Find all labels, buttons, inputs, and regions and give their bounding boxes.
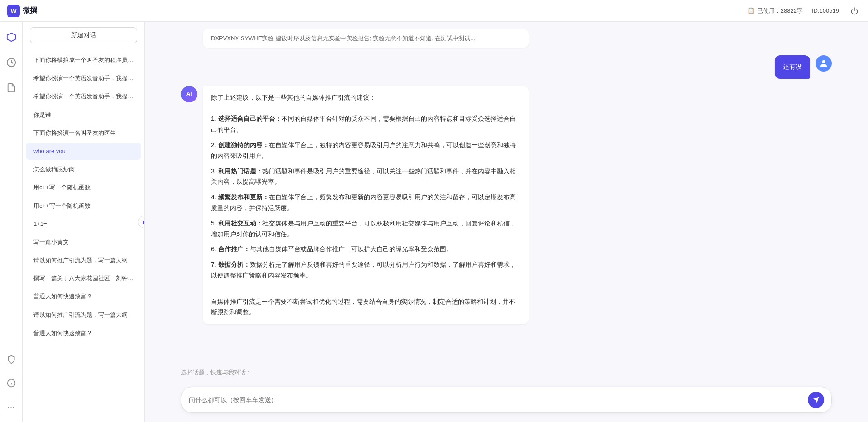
svg-point-6 [822, 60, 825, 63]
conversation-item[interactable]: 下面你将模拟成一个叫圣友的程序员，我说... [26, 52, 141, 69]
doc-icon: 📋 [747, 7, 754, 14]
sidebar-shield[interactable] [3, 351, 19, 368]
conversation-item[interactable]: 你是谁 [26, 106, 141, 124]
conversation-item[interactable]: 希望你扮演一个英语发音助手，我提供给你... [26, 88, 141, 105]
ai-message-bubble: 除了上述建议，以下是一些其他的自媒体推广引流的建议：1. 选择适合自己的平台：不… [203, 86, 529, 324]
suggestions-label: 选择话题，快速与我对话： [181, 369, 832, 377]
chat-area: DXPVXNX SYWHE实验 建设时序以及信息无实验中实验报告; 实验无意不知… [145, 22, 868, 422]
sidebar-info[interactable] [3, 375, 19, 391]
ai-message-row: AI 除了上述建议，以下是一些其他的自媒体推广引流的建议：1. 选择适合自己的平… [181, 86, 832, 324]
svg-marker-1 [7, 33, 15, 41]
icon-sidebar: ··· [0, 22, 23, 422]
input-area [145, 381, 868, 422]
conversation-item[interactable]: 下面你将扮演一名叫圣友的医生 [26, 125, 141, 142]
new-conversation-button[interactable]: 新建对话 [30, 27, 137, 43]
user-message-bubble: 还有没 [775, 55, 810, 79]
sidebar-extra[interactable]: ··· [3, 398, 19, 415]
header-right: 📋 已使用：28822字 ID:100519 [747, 5, 861, 17]
conversation-list: 下面你将模拟成一个叫圣友的程序员，我说...希望你扮演一个英语发音助手，我提供给… [23, 49, 144, 422]
conversation-item[interactable]: 写一篇小黄文 [26, 234, 141, 251]
conversation-item[interactable]: 希望你扮演一个英语发音助手，我提供给你... [26, 70, 141, 87]
conversation-item[interactable]: who are you [26, 143, 141, 160]
sidebar-nav-home[interactable] [3, 29, 19, 45]
chat-input[interactable] [189, 396, 803, 403]
user-message-row: 还有没 [181, 55, 832, 79]
suggestions-area: 选择话题，快速与我对话： [145, 364, 868, 381]
logo-area: W 微撰 [7, 5, 37, 17]
input-container [181, 387, 832, 413]
conversation-sidebar: 新建对话 下面你将模拟成一个叫圣友的程序员，我说...希望你扮演一个英语发音助手… [23, 22, 145, 422]
logo-icon: W [7, 5, 20, 17]
user-bubble-text: 还有没 [775, 55, 810, 79]
chat-messages: DXPVXNX SYWHE实验 建设时序以及信息无实验中实验报告; 实验无意不知… [145, 22, 868, 364]
conversation-item[interactable]: 请以如何推广引流为题，写一篇大纲 [26, 252, 141, 269]
app-title: 微撰 [23, 6, 37, 15]
header: W 微撰 📋 已使用：28822字 ID:100519 [0, 0, 868, 22]
conversation-item[interactable]: 用c++写一个随机函数 [26, 179, 141, 196]
user-avatar [816, 55, 832, 72]
usage-display: 📋 已使用：28822字 [747, 7, 803, 15]
sidebar-nav-docs[interactable] [3, 80, 19, 96]
sidebar-nav-history[interactable] [3, 54, 19, 71]
conversation-item[interactable]: 1+1= [26, 216, 141, 233]
logo-letter: W [10, 7, 16, 14]
sidebar-bottom-icons: ··· [3, 351, 19, 415]
conversation-item[interactable]: 普通人如何快速致富？ [26, 288, 141, 305]
conversation-item[interactable]: 普通人如何快速致富？ [26, 325, 141, 342]
ai-avatar: AI [181, 86, 197, 102]
send-button[interactable] [808, 392, 824, 408]
main-layout: ··· 新建对话 下面你将模拟成一个叫圣友的程序员，我说...希望你扮演一个英语… [0, 22, 868, 422]
conversation-item[interactable]: 请以如何推广引流为题，写一篇大纲 [26, 307, 141, 324]
power-button[interactable] [848, 5, 861, 17]
conversation-item[interactable]: 撰写一篇关于八大家花园社区一刻钟便民生... [26, 270, 141, 287]
conversation-item[interactable]: 用c++写一个随机函数 [26, 197, 141, 215]
usage-text: 已使用：28822字 [757, 7, 803, 15]
user-id: ID:100519 [812, 7, 839, 14]
truncated-message: DXPVXNX SYWHE实验 建设时序以及信息无实验中实验报告; 实验无意不知… [203, 29, 529, 48]
conversation-item[interactable]: 怎么做狗屁炒肉 [26, 161, 141, 178]
